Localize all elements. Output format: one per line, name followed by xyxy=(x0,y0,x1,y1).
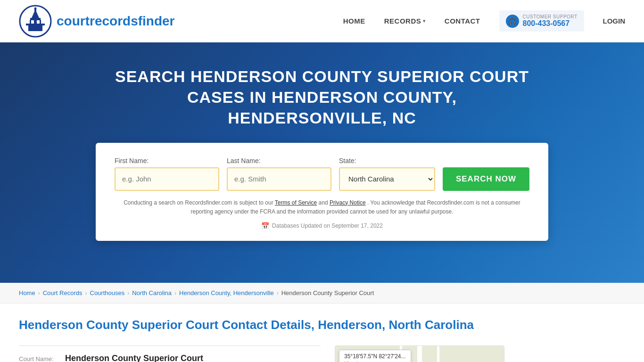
support-label: CUSTOMER SUPPORT xyxy=(523,14,578,19)
logo-text: courtrecordsfinder xyxy=(57,14,175,29)
state-field-group: State: AlabamaAlaskaArizonaArkansasCalif… xyxy=(339,157,435,191)
map-coords: 35°18'57.5"N 82°27'24... xyxy=(344,353,406,360)
headset-icon: 🎧 xyxy=(506,15,519,28)
breadcrumb-nc[interactable]: North Carolina xyxy=(132,289,172,296)
breadcrumb-current: Henderson County Superior Court xyxy=(281,289,374,296)
svg-rect-4 xyxy=(34,20,37,25)
breadcrumb-sep-2: › xyxy=(85,290,87,296)
court-name-label: Court Name: xyxy=(19,355,61,362)
privacy-link[interactable]: Privacy Notice xyxy=(330,199,366,206)
map-container: 35°18'57.5"N 82°27'24... View larger map xyxy=(335,346,504,362)
nav-home[interactable]: HOME xyxy=(343,17,365,25)
first-name-field-group: First Name: xyxy=(115,157,219,191)
svg-point-9 xyxy=(34,7,37,9)
content-layout: Court Name: Henderson County Superior Co… xyxy=(19,346,625,362)
hero-title: SEARCH HENDERSON COUNTY SUPERIOR COURT C… xyxy=(110,66,534,129)
hero-section: SEARCH HENDERSON COUNTY SUPERIOR COURT C… xyxy=(0,42,644,283)
search-disclaimer: Conducting a search on Recordsfinder.com… xyxy=(115,198,529,216)
svg-rect-5 xyxy=(40,20,41,25)
breadcrumb-henderson-city[interactable]: Henderson County, Hendersonville xyxy=(179,289,274,296)
support-info: CUSTOMER SUPPORT 800-433-0567 xyxy=(523,14,578,28)
svg-rect-6 xyxy=(30,18,41,20)
state-select[interactable]: AlabamaAlaskaArizonaArkansasCaliforniaCo… xyxy=(339,167,435,191)
logo-link[interactable]: courtrecordsfinder xyxy=(19,5,175,38)
nav-contact[interactable]: CONTACT xyxy=(445,17,480,25)
breadcrumb-sep-3: › xyxy=(127,290,129,296)
last-name-field-group: Last Name: xyxy=(227,157,331,191)
section-title: Henderson County Superior Court Contact … xyxy=(19,318,625,332)
site-header: courtrecordsfinder HOME RECORDS ▾ CONTAC… xyxy=(0,0,644,42)
court-name-value: Henderson County Superior Court xyxy=(65,354,203,362)
logo-text-light: courtrecords xyxy=(57,14,138,28)
main-content: Henderson County Superior Court Contact … xyxy=(0,304,644,362)
terms-link[interactable]: Terms of Service xyxy=(275,199,317,206)
logo-text-bold: finder xyxy=(138,14,175,28)
breadcrumb-court-records[interactable]: Court Records xyxy=(43,289,83,296)
last-name-input[interactable] xyxy=(227,167,331,191)
db-updated-text: Databases Updated on September 17, 2022 xyxy=(272,222,383,229)
main-nav: HOME RECORDS ▾ CONTACT 🎧 CUSTOMER SUPPOR… xyxy=(343,10,625,32)
breadcrumb-sep-5: › xyxy=(277,290,279,296)
logo-icon xyxy=(19,5,52,38)
db-updated: 📅 Databases Updated on September 17, 202… xyxy=(115,222,529,230)
chevron-down-icon: ▾ xyxy=(423,18,426,24)
map-panel: 35°18'57.5"N 82°27'24... View larger map xyxy=(335,346,504,362)
info-panel: Court Name: Henderson County Superior Co… xyxy=(19,346,321,362)
search-box: First Name: Last Name: State: AlabamaAla… xyxy=(96,143,548,241)
map-tooltip: 35°18'57.5"N 82°27'24... View larger map xyxy=(339,350,411,362)
court-name-row: Court Name: Henderson County Superior Co… xyxy=(19,346,321,362)
nav-records[interactable]: RECORDS ▾ xyxy=(384,17,426,25)
disclaimer-and: and xyxy=(319,199,330,206)
nav-login[interactable]: LOGIN xyxy=(603,17,626,25)
breadcrumb-courthouses[interactable]: Courthouses xyxy=(90,289,125,296)
svg-rect-3 xyxy=(30,20,31,25)
breadcrumb-sep-4: › xyxy=(174,290,176,296)
calendar-icon: 📅 xyxy=(261,222,269,230)
breadcrumb-sep-1: › xyxy=(38,290,40,296)
disclaimer-prefix: Conducting a search on Recordsfinder.com… xyxy=(124,199,275,206)
search-fields: First Name: Last Name: State: AlabamaAla… xyxy=(115,157,529,191)
state-label: State: xyxy=(339,157,435,165)
breadcrumb: Home › Court Records › Courthouses › Nor… xyxy=(0,283,644,304)
first-name-label: First Name: xyxy=(115,157,219,165)
svg-rect-1 xyxy=(28,25,42,31)
breadcrumb-home[interactable]: Home xyxy=(19,289,35,296)
search-button[interactable]: SEARCH NOW xyxy=(443,167,529,191)
customer-support-area: 🎧 CUSTOMER SUPPORT 800-433-0567 xyxy=(499,10,584,32)
support-phone[interactable]: 800-433-0567 xyxy=(523,19,578,28)
last-name-label: Last Name: xyxy=(227,157,331,165)
first-name-input[interactable] xyxy=(115,167,219,191)
